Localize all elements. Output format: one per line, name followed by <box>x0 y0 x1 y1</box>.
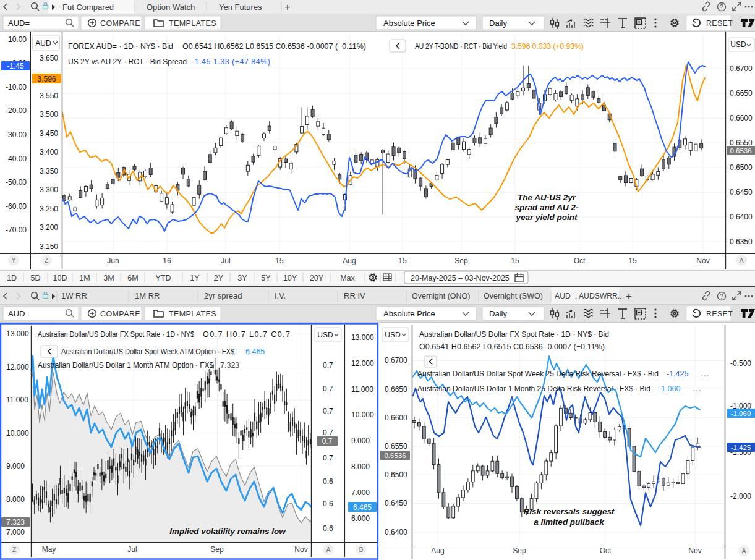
svg-text:0.6600: 0.6600 <box>385 414 407 422</box>
svg-text:-30.00: -30.00 <box>6 130 27 139</box>
svg-text:RESET: RESET <box>706 310 733 318</box>
svg-text:-60.00: -60.00 <box>6 202 27 211</box>
svg-text:-1.425: -1.425 <box>731 444 751 451</box>
svg-text:3M: 3M <box>103 274 114 282</box>
svg-text:16: 16 <box>163 257 171 265</box>
svg-text:Y: Y <box>12 257 16 264</box>
svg-text:9.000: 9.000 <box>6 462 25 470</box>
svg-text:US 2Y vs AU 2Y · RCT · Bid Spr: US 2Y vs AU 2Y · RCT · Bid Spread <box>68 57 187 66</box>
svg-text:COMPARE: COMPARE <box>100 310 140 318</box>
svg-text:AUD=: AUD= <box>8 309 30 318</box>
svg-text:Aug: Aug <box>431 546 444 555</box>
svg-text:A: A <box>740 257 744 264</box>
svg-text:USD: USD <box>317 331 333 339</box>
svg-text:O0.7 H0.7 L0.7 C0.7: O0.7 H0.7 L0.7 C0.7 <box>203 330 290 339</box>
svg-text:0.7: 0.7 <box>323 384 333 393</box>
svg-text:Oct: Oct <box>574 257 586 265</box>
svg-text:O0.6541 H0.6562 L0.6515 C0.: O0.6541 H0.6562 L0.6515 C0.6536 -0.0007 … <box>182 42 366 51</box>
svg-text:20-May-2025 – 03-Nov-2025: 20-May-2025 – 03-Nov-2025 <box>411 274 510 282</box>
svg-text:0.6450: 0.6450 <box>730 188 753 197</box>
svg-text:Jun: Jun <box>107 257 119 265</box>
svg-text:?: ? <box>720 4 723 11</box>
svg-text:0.7: 0.7 <box>323 407 333 415</box>
svg-text:Australian Dollar/US Dollar FX: Australian Dollar/US Dollar FX Spot Rate… <box>419 330 609 339</box>
svg-text:Nov: Nov <box>696 257 709 265</box>
svg-text:3.650: 3.650 <box>40 54 58 62</box>
svg-text:15: 15 <box>511 257 519 265</box>
svg-text:Daily: Daily <box>489 19 507 28</box>
svg-text:0.7: 0.7 <box>322 437 333 446</box>
svg-text:0.6550: 0.6550 <box>730 138 753 147</box>
svg-text:RR IV: RR IV <box>344 291 365 300</box>
svg-text:13.000: 13.000 <box>6 329 29 338</box>
svg-text:Implied volatility remains low: Implied volatility remains low <box>169 527 286 536</box>
svg-text:Absolute Price: Absolute Price <box>383 309 435 318</box>
svg-text:Daily: Daily <box>489 309 507 318</box>
svg-text:6.465: 6.465 <box>353 503 372 512</box>
svg-text:6M: 6M <box>127 274 138 282</box>
svg-text:-1.060: -1.060 <box>731 410 751 417</box>
svg-text:15: 15 <box>275 257 284 265</box>
svg-text:Yen Futures: Yen Futures <box>219 2 262 12</box>
svg-text:A: A <box>742 548 746 554</box>
svg-text:0.6650: 0.6650 <box>385 385 407 394</box>
svg-text:COMPARE: COMPARE <box>100 19 140 28</box>
svg-text:3.550: 3.550 <box>40 91 58 100</box>
svg-text:-70.00: -70.00 <box>6 226 27 234</box>
svg-text:Max: Max <box>340 274 355 282</box>
svg-text:0.6700: 0.6700 <box>385 356 407 365</box>
svg-text:3.400: 3.400 <box>40 148 58 156</box>
svg-text:2yr spread: 2yr spread <box>204 291 242 300</box>
svg-text:15: 15 <box>628 257 637 265</box>
svg-text:-1.45 1.33 (+47.84%): -1.45 1.33 (+47.84%) <box>192 57 270 66</box>
svg-text:10.00: 10.00 <box>8 35 27 44</box>
svg-text:8.000: 8.000 <box>351 462 370 471</box>
svg-text:AUD: AUD <box>35 39 51 48</box>
svg-text:-1.45: -1.45 <box>7 62 24 70</box>
svg-text:I.V.: I.V. <box>275 291 286 300</box>
svg-text:Z: Z <box>45 257 48 264</box>
svg-text:Sep: Sep <box>210 545 224 554</box>
svg-text:Aug: Aug <box>343 257 356 265</box>
svg-text:3.200: 3.200 <box>40 223 58 232</box>
svg-text:11.000: 11.000 <box>6 396 28 404</box>
svg-text:Australian Dollar/US Dollar 1: Australian Dollar/US Dollar 1 Month ATM … <box>38 361 213 370</box>
svg-text:Overnight (SWO): Overnight (SWO) <box>484 292 543 300</box>
svg-text:Absolute Price: Absolute Price <box>383 19 435 28</box>
svg-text:+: + <box>626 291 632 302</box>
svg-text:7.323: 7.323 <box>220 361 239 370</box>
svg-text:0.6536: 0.6536 <box>730 147 751 155</box>
svg-text:3.596: 3.596 <box>37 75 56 83</box>
svg-text:-2.000: -2.000 <box>730 492 751 501</box>
svg-text:0.6650: 0.6650 <box>730 89 753 98</box>
svg-text:A: A <box>326 546 331 553</box>
svg-text:10D: 10D <box>53 274 67 282</box>
svg-text:...: ... <box>701 370 709 378</box>
svg-text:AUD=: AUD= <box>8 19 30 28</box>
svg-text:7.000: 7.000 <box>6 528 25 537</box>
svg-text:0.6400: 0.6400 <box>730 213 753 221</box>
svg-text:5Y: 5Y <box>261 274 271 282</box>
svg-text:a limited pullback: a limited pullback <box>534 517 605 527</box>
svg-text:0.6500: 0.6500 <box>730 163 753 172</box>
svg-text:3.500: 3.500 <box>40 110 58 119</box>
svg-text:7.323: 7.323 <box>6 518 25 527</box>
svg-text:-1.060: -1.060 <box>659 384 680 393</box>
svg-text:7.000: 7.000 <box>351 488 370 497</box>
svg-text:10.000: 10.000 <box>351 410 374 419</box>
svg-text:6.465: 6.465 <box>245 347 265 356</box>
svg-text:YTD: YTD <box>156 274 171 282</box>
svg-text:Oct: Oct <box>600 546 612 555</box>
svg-text:1Y: 1Y <box>190 274 200 282</box>
svg-text:1M: 1M <box>79 274 90 282</box>
svg-text:1W RR: 1W RR <box>61 291 87 300</box>
svg-text:Risk reversals suggest: Risk reversals suggest <box>523 507 615 516</box>
svg-text:AUD=, AUDSWRR...: AUD=, AUDSWRR... <box>555 292 624 300</box>
svg-text:11.000: 11.000 <box>351 385 373 394</box>
svg-text:-10.00: -10.00 <box>6 83 27 91</box>
svg-text:Nov: Nov <box>688 546 701 555</box>
svg-text:Overnight (ONO): Overnight (ONO) <box>412 292 470 300</box>
svg-text:Australian Dollar/US Dollar 1: Australian Dollar/US Dollar 1 Month 25 D… <box>417 384 650 393</box>
svg-text:6.000: 6.000 <box>351 514 370 523</box>
svg-text:3Y: 3Y <box>237 274 247 282</box>
